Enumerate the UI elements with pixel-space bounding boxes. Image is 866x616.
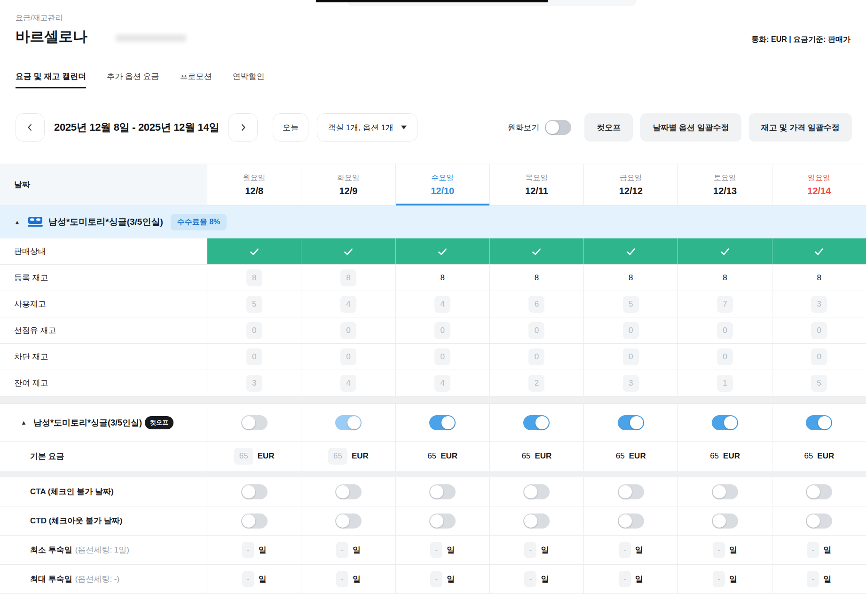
- max-stay-value[interactable]: -: [807, 571, 819, 587]
- rate-plan-sale-toggle[interactable]: [335, 415, 362, 430]
- remaining-stock-value[interactable]: 1: [717, 375, 733, 392]
- blocked-stock-value[interactable]: 0: [528, 348, 544, 365]
- sale-status-cell[interactable]: [301, 238, 395, 264]
- blocked-stock-value[interactable]: 0: [717, 348, 733, 365]
- blocked-stock-value[interactable]: 0: [246, 348, 262, 365]
- registered-stock-value[interactable]: 8: [817, 273, 821, 283]
- min-stay-value[interactable]: -: [619, 542, 631, 558]
- used-stock-value[interactable]: 4: [340, 296, 356, 313]
- ctd-toggle[interactable]: [335, 513, 362, 529]
- tab-extra-option[interactable]: 추가 옵션 요금: [107, 71, 159, 88]
- sale-status-cell[interactable]: [207, 238, 301, 264]
- ctd-toggle[interactable]: [523, 513, 550, 529]
- sale-status-cell[interactable]: [583, 238, 677, 264]
- min-stay-value[interactable]: -: [807, 542, 819, 558]
- max-stay-value[interactable]: -: [524, 571, 536, 587]
- tab-promotion[interactable]: 프로모션: [180, 71, 212, 88]
- ctd-toggle[interactable]: [618, 513, 644, 529]
- used-stock-value[interactable]: 5: [246, 296, 262, 313]
- sale-status-cell[interactable]: [772, 238, 866, 264]
- registered-stock-value[interactable]: 8: [723, 273, 727, 283]
- rate-plan-sale-toggle[interactable]: [241, 415, 268, 430]
- held-stock-value[interactable]: 0: [623, 322, 639, 339]
- rate-plan-sale-toggle[interactable]: [429, 415, 456, 430]
- base-price-value[interactable]: 65: [328, 448, 347, 465]
- blocked-stock-value[interactable]: 0: [623, 348, 639, 365]
- cta-toggle[interactable]: [618, 484, 644, 499]
- max-stay-value[interactable]: -: [242, 571, 254, 587]
- cta-toggle[interactable]: [806, 484, 832, 499]
- remaining-stock-value[interactable]: 4: [340, 375, 356, 392]
- rate-plan-sale-toggle[interactable]: [712, 415, 738, 430]
- min-stay-value[interactable]: -: [524, 542, 536, 558]
- krw-toggle[interactable]: [545, 120, 571, 135]
- max-stay-value[interactable]: -: [336, 571, 348, 587]
- cta-toggle[interactable]: [523, 484, 550, 499]
- base-price-value[interactable]: 65: [710, 451, 719, 461]
- rate-plan-sale-toggle[interactable]: [618, 415, 644, 430]
- day-header-cell[interactable]: 금요일12/12: [583, 164, 677, 205]
- tab-rate-calendar[interactable]: 요금 및 재고 캘린더: [16, 71, 86, 88]
- held-stock-value[interactable]: 0: [811, 322, 827, 339]
- day-header-cell[interactable]: 일요일12/14: [772, 164, 866, 205]
- remaining-stock-value[interactable]: 5: [811, 375, 827, 392]
- bulk-stock-price-edit-button[interactable]: 재고 및 가격 일괄수정: [749, 113, 852, 142]
- min-stay-value[interactable]: -: [336, 542, 348, 558]
- registered-stock-value[interactable]: 8: [340, 269, 356, 286]
- held-stock-value[interactable]: 0: [528, 322, 544, 339]
- remaining-stock-value[interactable]: 3: [246, 375, 262, 392]
- sale-status-cell[interactable]: [395, 238, 489, 264]
- day-header-cell[interactable]: 화요일12/9: [301, 164, 395, 205]
- ctd-toggle[interactable]: [712, 513, 738, 529]
- used-stock-value[interactable]: 5: [623, 296, 639, 313]
- min-stay-value[interactable]: -: [430, 542, 442, 558]
- base-price-value[interactable]: 65: [616, 451, 625, 461]
- held-stock-value[interactable]: 0: [434, 322, 450, 339]
- base-price-value[interactable]: 65: [522, 451, 531, 461]
- rate-plan-label-cell[interactable]: ▲ 남성*도미토리*싱글(3/5인실) 컷오프: [0, 404, 207, 441]
- prev-week-button[interactable]: [16, 113, 45, 142]
- max-stay-value[interactable]: -: [430, 571, 442, 587]
- next-week-button[interactable]: [228, 113, 258, 142]
- remaining-stock-value[interactable]: 4: [434, 375, 450, 392]
- used-stock-value[interactable]: 7: [717, 296, 733, 313]
- max-stay-value[interactable]: -: [713, 571, 725, 587]
- base-price-value[interactable]: 65: [234, 448, 253, 465]
- used-stock-value[interactable]: 6: [528, 296, 544, 313]
- rate-plan-sale-toggle[interactable]: [806, 415, 832, 430]
- room-option-select[interactable]: 객실 1개, 옵션 1개: [317, 113, 417, 142]
- today-button[interactable]: 오늘: [273, 113, 308, 142]
- sale-status-cell[interactable]: [677, 238, 772, 264]
- bulk-option-edit-button[interactable]: 날짜별 옵션 일괄수정: [640, 113, 741, 142]
- blocked-stock-value[interactable]: 0: [340, 348, 356, 365]
- blocked-stock-value[interactable]: 0: [434, 348, 450, 365]
- registered-stock-value[interactable]: 8: [246, 269, 262, 286]
- sale-status-cell[interactable]: [489, 238, 583, 264]
- registered-stock-value[interactable]: 8: [440, 273, 444, 283]
- day-header-cell[interactable]: 목요일12/11: [489, 164, 583, 205]
- ctd-toggle[interactable]: [429, 513, 456, 529]
- min-stay-value[interactable]: -: [242, 542, 254, 558]
- used-stock-value[interactable]: 4: [434, 296, 450, 313]
- remaining-stock-value[interactable]: 2: [528, 375, 544, 392]
- blocked-stock-value[interactable]: 0: [811, 348, 827, 365]
- base-price-value[interactable]: 65: [804, 451, 813, 461]
- ctd-toggle[interactable]: [806, 513, 832, 529]
- base-price-value[interactable]: 65: [427, 451, 436, 461]
- cta-toggle[interactable]: [429, 484, 456, 499]
- day-header-cell[interactable]: 토요일12/13: [677, 164, 772, 205]
- tab-long-stay-discount[interactable]: 연박할인: [233, 71, 265, 88]
- day-header-cell[interactable]: 월요일12/8: [207, 164, 301, 205]
- cta-toggle[interactable]: [335, 484, 362, 499]
- cutoff-button[interactable]: 컷오프: [584, 113, 633, 142]
- held-stock-value[interactable]: 0: [340, 322, 356, 339]
- min-stay-value[interactable]: -: [713, 542, 725, 558]
- cta-toggle[interactable]: [712, 484, 738, 499]
- rate-plan-sale-toggle[interactable]: [523, 415, 550, 430]
- used-stock-value[interactable]: 3: [811, 296, 827, 313]
- registered-stock-value[interactable]: 8: [535, 273, 539, 283]
- ctd-toggle[interactable]: [241, 513, 268, 529]
- cta-toggle[interactable]: [241, 484, 268, 499]
- max-stay-value[interactable]: -: [619, 571, 631, 587]
- day-header-cell[interactable]: 수요일12/10: [395, 164, 489, 205]
